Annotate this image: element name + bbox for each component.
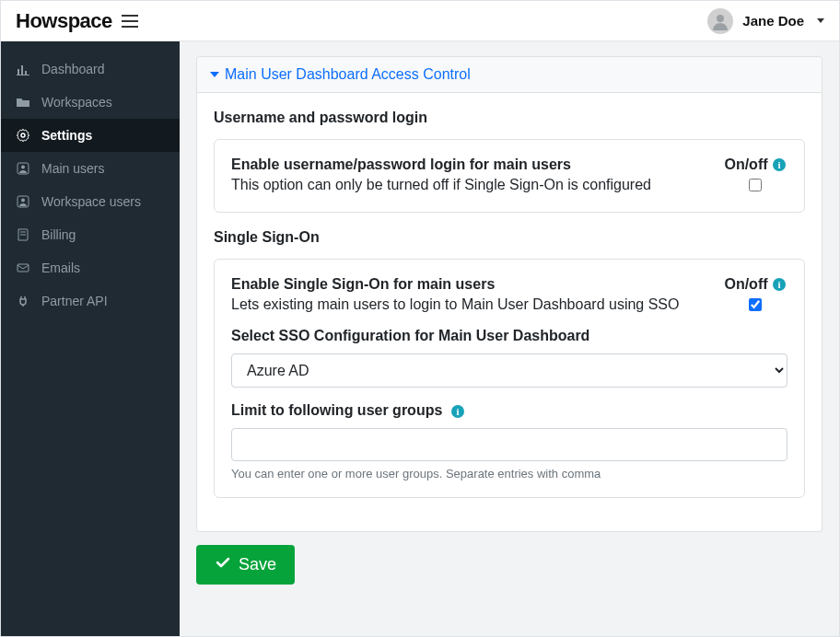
- svg-point-5: [21, 199, 25, 203]
- users-icon: [16, 195, 30, 208]
- sidebar-label: Billing: [41, 227, 76, 242]
- onoff-label: On/off i: [724, 156, 786, 173]
- sso-card: Enable Single Sign-On for main users Let…: [214, 259, 805, 498]
- onoff-label: On/off i: [724, 276, 786, 293]
- info-icon[interactable]: i: [772, 277, 787, 292]
- info-icon[interactable]: i: [772, 157, 787, 172]
- onoff-text: On/off: [724, 276, 767, 293]
- field-side: On/off i: [723, 156, 788, 195]
- avatar-icon: [707, 8, 733, 34]
- sidebar-label: Main users: [41, 161, 104, 176]
- svg-point-0: [717, 15, 724, 22]
- logo: Howspace: [16, 9, 112, 33]
- enable-username-checkbox[interactable]: [749, 179, 762, 191]
- plug-icon: [16, 295, 30, 307]
- sidebar-label: Workspace users: [41, 194, 141, 209]
- sidebar: Dashboard Workspaces Settings Main users…: [1, 41, 180, 637]
- section-title-sso: Single Sign-On: [214, 229, 805, 246]
- sso-config-group: Select SSO Configuration for Main User D…: [231, 328, 788, 388]
- chart-icon: [16, 63, 30, 75]
- enable-username-desc: This option can only be turned off if Si…: [231, 177, 705, 193]
- save-button-label: Save: [239, 555, 276, 574]
- caret-down-icon: [817, 18, 824, 23]
- sso-config-label: Select SSO Configuration for Main User D…: [231, 328, 788, 344]
- user-name: Jane Doe: [742, 13, 804, 29]
- check-icon: [215, 554, 231, 575]
- info-icon[interactable]: i: [450, 404, 465, 419]
- envelope-icon: [16, 261, 30, 274]
- onoff-text: On/off: [724, 156, 767, 173]
- sidebar-item-dashboard[interactable]: Dashboard: [1, 52, 180, 86]
- username-card: Enable username/password login for main …: [214, 139, 805, 213]
- panel-body: Username and password login Enable usern…: [196, 93, 822, 532]
- gear-icon: [16, 129, 30, 142]
- enable-sso-checkbox[interactable]: [749, 298, 762, 311]
- svg-point-3: [21, 166, 25, 169]
- field-main: Enable Single Sign-On for main users Let…: [231, 276, 705, 313]
- topbar-left: Howspace: [16, 9, 138, 33]
- user-icon: [16, 162, 30, 175]
- sidebar-label: Emails: [41, 261, 80, 275]
- section-title-username: Username and password login: [214, 110, 805, 126]
- user-menu[interactable]: Jane Doe: [707, 8, 824, 34]
- svg-text:i: i: [777, 279, 780, 290]
- enable-username-label: Enable username/password login for main …: [231, 156, 705, 173]
- limit-groups-label: Limit to following user groups i: [231, 402, 788, 419]
- hamburger-icon[interactable]: [122, 15, 138, 28]
- field-side: On/off i: [723, 276, 788, 315]
- sidebar-label: Workspaces: [41, 95, 112, 110]
- sidebar-item-partner-api[interactable]: Partner API: [1, 284, 180, 318]
- book-icon: [16, 228, 30, 241]
- field-main: Enable username/password login for main …: [231, 156, 705, 193]
- sidebar-item-workspace-users[interactable]: Workspace users: [1, 185, 180, 218]
- save-button[interactable]: Save: [196, 545, 295, 585]
- sidebar-label: Settings: [41, 128, 92, 143]
- sidebar-item-workspaces[interactable]: Workspaces: [1, 86, 180, 119]
- enable-sso-label: Enable Single Sign-On for main users: [231, 276, 705, 293]
- folder-icon: [16, 96, 30, 109]
- sidebar-item-emails[interactable]: Emails: [1, 251, 180, 284]
- limit-groups-group: Limit to following user groups i You can…: [231, 402, 788, 481]
- main-content: Main User Dashboard Access Control Usern…: [180, 41, 839, 637]
- enable-sso-desc: Lets existing main users to login to Mai…: [231, 296, 705, 313]
- limit-groups-help: You can enter one or more user groups. S…: [231, 467, 788, 481]
- svg-point-1: [21, 133, 25, 137]
- limit-groups-label-text: Limit to following user groups: [231, 402, 442, 418]
- sidebar-item-settings[interactable]: Settings: [1, 119, 180, 152]
- panel-header[interactable]: Main User Dashboard Access Control: [196, 56, 822, 93]
- limit-groups-input[interactable]: [231, 428, 788, 461]
- caret-down-icon: [210, 72, 219, 77]
- sidebar-label: Dashboard: [41, 62, 105, 76]
- sso-config-select[interactable]: Azure AD: [231, 353, 788, 388]
- sidebar-item-billing[interactable]: Billing: [1, 218, 180, 251]
- sidebar-item-main-users[interactable]: Main users: [1, 152, 180, 185]
- sidebar-label: Partner API: [41, 294, 108, 308]
- svg-rect-6: [18, 264, 29, 272]
- svg-text:i: i: [456, 406, 459, 417]
- panel-title[interactable]: Main User Dashboard Access Control: [225, 66, 471, 83]
- svg-text:i: i: [777, 159, 780, 170]
- topbar: Howspace Jane Doe: [1, 1, 839, 41]
